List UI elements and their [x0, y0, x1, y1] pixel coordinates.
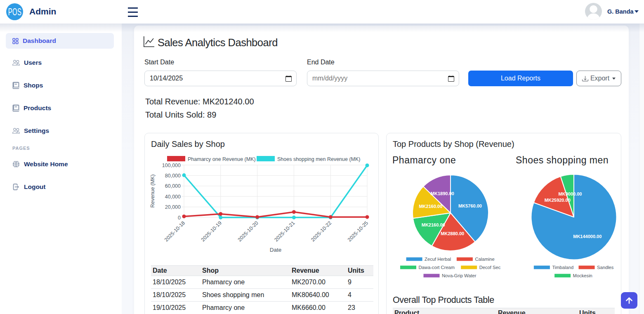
svg-text:MK144000.00: MK144000.00: [573, 234, 602, 239]
svg-text:2025-10-20: 2025-10-20: [237, 220, 259, 243]
svg-text:MK9000.00: MK9000.00: [559, 191, 582, 196]
svg-text:80,000: 80,000: [165, 173, 181, 179]
svg-text:2025-10-19: 2025-10-19: [200, 220, 223, 243]
svg-text:40,000: 40,000: [165, 194, 181, 200]
svg-text:Revenue (MK): Revenue (MK): [150, 175, 156, 208]
svg-text:100,000: 100,000: [162, 163, 181, 168]
svg-text:MK5760.00: MK5760.00: [458, 203, 482, 208]
svg-text:MK2880.00: MK2880.00: [441, 231, 464, 236]
svg-text:Zecuf Herbal: Zecuf Herbal: [425, 257, 451, 262]
svg-text:MK2160.00: MK2160.00: [419, 204, 442, 209]
svg-text:Dawa-cort Cream: Dawa-cort Cream: [419, 265, 455, 270]
svg-text:MK1890.00: MK1890.00: [431, 191, 454, 196]
svg-text:Decof Sec: Decof Sec: [479, 265, 501, 270]
svg-text:20,000: 20,000: [165, 204, 181, 210]
svg-text:2025-10-21: 2025-10-21: [273, 220, 296, 243]
svg-text:Calamine: Calamine: [475, 257, 494, 262]
svg-text:60,000: 60,000: [165, 183, 181, 189]
svg-text:Nova-Grip Water: Nova-Grip Water: [442, 273, 477, 278]
svg-text:2025-10-18: 2025-10-18: [163, 220, 186, 243]
svg-text:Sandles: Sandles: [597, 265, 614, 270]
svg-text:MK25920.00: MK25920.00: [545, 198, 571, 203]
svg-text:2025-10-22: 2025-10-22: [310, 220, 333, 243]
svg-text:Mockesin: Mockesin: [573, 273, 592, 278]
svg-text:MK2160.00: MK2160.00: [422, 222, 445, 227]
svg-text:Date: Date: [270, 247, 282, 253]
svg-text:0: 0: [178, 215, 181, 221]
svg-text:Timbaland: Timbaland: [552, 265, 573, 270]
svg-text:Phamarcy one Revenue (MK): Phamarcy one Revenue (MK): [188, 156, 256, 162]
svg-text:2025-10-25: 2025-10-25: [347, 220, 369, 243]
svg-text:Shoes shopping men Revenue (MK: Shoes shopping men Revenue (MK): [277, 156, 361, 162]
